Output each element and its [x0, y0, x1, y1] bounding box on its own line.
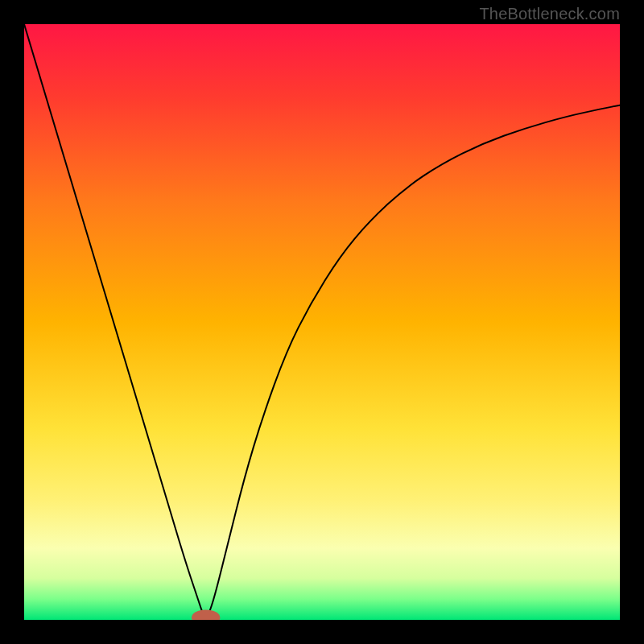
credit-text: TheBottleneck.com [479, 5, 620, 23]
chart-frame: TheBottleneck.com [0, 0, 644, 644]
plot-area [24, 24, 620, 620]
chart-svg [24, 24, 620, 620]
